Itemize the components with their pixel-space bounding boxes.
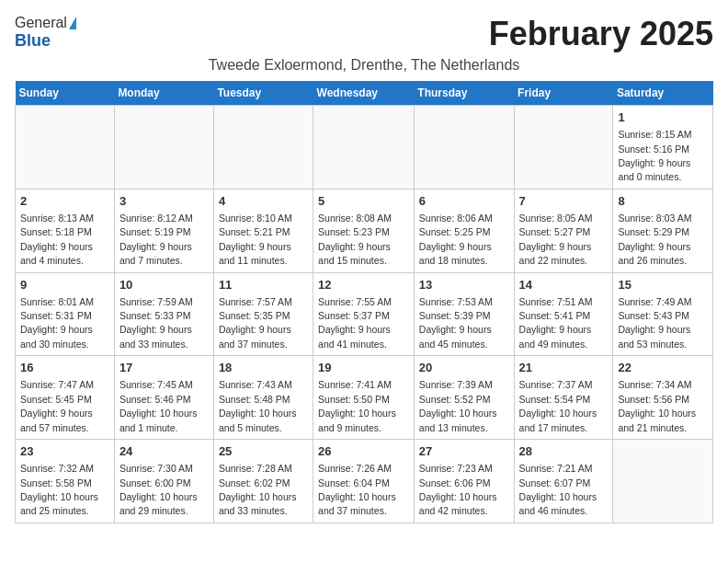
day-info: Sunrise: 7:59 AM Sunset: 5:33 PM Dayligh… bbox=[119, 296, 193, 350]
weekday-header-friday: Friday bbox=[514, 81, 613, 106]
calendar-cell: 12Sunrise: 7:55 AM Sunset: 5:37 PM Dayli… bbox=[313, 272, 415, 356]
day-number: 2 bbox=[20, 193, 109, 210]
day-info: Sunrise: 7:49 AM Sunset: 5:43 PM Dayligh… bbox=[618, 296, 691, 350]
day-info: Sunrise: 7:26 AM Sunset: 6:04 PM Dayligh… bbox=[318, 463, 396, 516]
day-number: 26 bbox=[318, 443, 409, 460]
calendar-cell: 27Sunrise: 7:23 AM Sunset: 6:06 PM Dayli… bbox=[414, 440, 514, 523]
calendar-cell: 13Sunrise: 7:53 AM Sunset: 5:39 PM Dayli… bbox=[414, 272, 514, 356]
calendar-cell: 25Sunrise: 7:28 AM Sunset: 6:02 PM Dayli… bbox=[213, 440, 313, 523]
calendar-cell: 10Sunrise: 7:59 AM Sunset: 5:33 PM Dayli… bbox=[114, 272, 213, 356]
calendar-cell bbox=[414, 106, 514, 190]
calendar-cell: 8Sunrise: 8:03 AM Sunset: 5:29 PM Daylig… bbox=[613, 189, 713, 272]
calendar-cell: 26Sunrise: 7:26 AM Sunset: 6:04 PM Dayli… bbox=[313, 440, 415, 523]
day-number: 25 bbox=[219, 443, 308, 460]
day-number: 15 bbox=[618, 277, 708, 293]
day-number: 10 bbox=[119, 277, 209, 293]
calendar-cell: 1Sunrise: 8:15 AM Sunset: 5:16 PM Daylig… bbox=[613, 106, 713, 190]
day-info: Sunrise: 8:01 AM Sunset: 5:31 PM Dayligh… bbox=[20, 296, 94, 350]
calendar-cell bbox=[514, 106, 613, 190]
calendar-cell: 22Sunrise: 7:34 AM Sunset: 5:56 PM Dayli… bbox=[613, 356, 713, 440]
calendar-cell: 11Sunrise: 7:57 AM Sunset: 5:35 PM Dayli… bbox=[213, 272, 313, 356]
day-info: Sunrise: 8:12 AM Sunset: 5:19 PM Dayligh… bbox=[119, 213, 193, 266]
day-info: Sunrise: 7:51 AM Sunset: 5:41 PM Dayligh… bbox=[519, 296, 593, 350]
calendar-cell: 4Sunrise: 8:10 AM Sunset: 5:21 PM Daylig… bbox=[213, 189, 313, 272]
day-number: 3 bbox=[119, 193, 209, 210]
day-number: 14 bbox=[519, 277, 609, 293]
logo: General Blue bbox=[15, 15, 76, 51]
logo-blue-text: Blue bbox=[15, 31, 51, 51]
calendar-week-4: 16Sunrise: 7:47 AM Sunset: 5:45 PM Dayli… bbox=[16, 356, 713, 440]
day-number: 9 bbox=[20, 277, 109, 293]
day-number: 19 bbox=[318, 360, 409, 376]
calendar-cell: 7Sunrise: 8:05 AM Sunset: 5:27 PM Daylig… bbox=[514, 189, 613, 272]
day-info: Sunrise: 7:47 AM Sunset: 5:45 PM Dayligh… bbox=[20, 379, 94, 432]
day-number: 12 bbox=[318, 277, 409, 293]
day-info: Sunrise: 7:57 AM Sunset: 5:35 PM Dayligh… bbox=[219, 296, 292, 350]
day-info: Sunrise: 8:03 AM Sunset: 5:29 PM Dayligh… bbox=[618, 213, 691, 266]
day-info: Sunrise: 8:06 AM Sunset: 5:25 PM Dayligh… bbox=[419, 213, 493, 266]
day-info: Sunrise: 8:05 AM Sunset: 5:27 PM Dayligh… bbox=[519, 213, 593, 266]
calendar-cell: 21Sunrise: 7:37 AM Sunset: 5:54 PM Dayli… bbox=[514, 356, 613, 440]
day-number: 16 bbox=[20, 360, 109, 376]
title-area: February 2025 bbox=[489, 15, 713, 53]
day-number: 6 bbox=[419, 193, 509, 210]
calendar-week-3: 9Sunrise: 8:01 AM Sunset: 5:31 PM Daylig… bbox=[16, 272, 713, 356]
calendar-week-1: 1Sunrise: 8:15 AM Sunset: 5:16 PM Daylig… bbox=[16, 106, 713, 190]
day-number: 22 bbox=[618, 360, 708, 376]
day-info: Sunrise: 7:34 AM Sunset: 5:56 PM Dayligh… bbox=[618, 379, 696, 432]
day-number: 27 bbox=[419, 443, 509, 460]
logo-triangle-icon bbox=[69, 17, 76, 29]
day-number: 21 bbox=[519, 360, 609, 376]
day-info: Sunrise: 7:28 AM Sunset: 6:02 PM Dayligh… bbox=[219, 463, 297, 516]
day-info: Sunrise: 7:55 AM Sunset: 5:37 PM Dayligh… bbox=[318, 296, 392, 350]
calendar-cell: 23Sunrise: 7:32 AM Sunset: 5:58 PM Dayli… bbox=[16, 440, 115, 523]
day-number: 20 bbox=[419, 360, 509, 376]
location-subtitle: Tweede Exloermond, Drenthe, The Netherla… bbox=[15, 57, 713, 74]
calendar-cell: 6Sunrise: 8:06 AM Sunset: 5:25 PM Daylig… bbox=[414, 189, 514, 272]
calendar-cell bbox=[114, 106, 213, 190]
day-info: Sunrise: 7:53 AM Sunset: 5:39 PM Dayligh… bbox=[419, 296, 493, 350]
day-number: 11 bbox=[219, 277, 308, 293]
day-number: 23 bbox=[20, 443, 109, 460]
day-number: 7 bbox=[519, 193, 609, 210]
day-info: Sunrise: 8:13 AM Sunset: 5:18 PM Dayligh… bbox=[20, 213, 94, 266]
calendar-cell bbox=[213, 106, 313, 190]
day-info: Sunrise: 7:30 AM Sunset: 6:00 PM Dayligh… bbox=[119, 463, 198, 516]
day-info: Sunrise: 8:08 AM Sunset: 5:23 PM Dayligh… bbox=[318, 213, 392, 266]
day-number: 13 bbox=[419, 277, 509, 293]
calendar-table: SundayMondayTuesdayWednesdayThursdayFrid… bbox=[15, 81, 713, 523]
page-header: General Blue February 2025 bbox=[15, 15, 713, 53]
calendar-cell: 19Sunrise: 7:41 AM Sunset: 5:50 PM Dayli… bbox=[313, 356, 415, 440]
calendar-cell: 5Sunrise: 8:08 AM Sunset: 5:23 PM Daylig… bbox=[313, 189, 415, 272]
calendar-week-2: 2Sunrise: 8:13 AM Sunset: 5:18 PM Daylig… bbox=[16, 189, 713, 272]
day-info: Sunrise: 7:43 AM Sunset: 5:48 PM Dayligh… bbox=[219, 379, 297, 432]
day-number: 17 bbox=[119, 360, 209, 376]
weekday-header-tuesday: Tuesday bbox=[213, 81, 313, 106]
weekday-header-saturday: Saturday bbox=[613, 81, 713, 106]
calendar-cell: 20Sunrise: 7:39 AM Sunset: 5:52 PM Dayli… bbox=[414, 356, 514, 440]
day-info: Sunrise: 7:21 AM Sunset: 6:07 PM Dayligh… bbox=[519, 463, 597, 516]
calendar-cell: 24Sunrise: 7:30 AM Sunset: 6:00 PM Dayli… bbox=[114, 440, 213, 523]
day-info: Sunrise: 7:39 AM Sunset: 5:52 PM Dayligh… bbox=[419, 379, 497, 432]
day-info: Sunrise: 7:23 AM Sunset: 6:06 PM Dayligh… bbox=[419, 463, 497, 516]
day-number: 24 bbox=[119, 443, 209, 460]
calendar-cell: 16Sunrise: 7:47 AM Sunset: 5:45 PM Dayli… bbox=[16, 356, 115, 440]
calendar-cell: 18Sunrise: 7:43 AM Sunset: 5:48 PM Dayli… bbox=[213, 356, 313, 440]
calendar-cell bbox=[16, 106, 115, 190]
day-info: Sunrise: 7:45 AM Sunset: 5:46 PM Dayligh… bbox=[119, 379, 198, 432]
day-number: 28 bbox=[519, 443, 609, 460]
weekday-header-sunday: Sunday bbox=[16, 81, 115, 106]
weekday-header-thursday: Thursday bbox=[414, 81, 514, 106]
calendar-cell: 2Sunrise: 8:13 AM Sunset: 5:18 PM Daylig… bbox=[16, 189, 115, 272]
day-info: Sunrise: 7:37 AM Sunset: 5:54 PM Dayligh… bbox=[519, 379, 597, 432]
calendar-week-5: 23Sunrise: 7:32 AM Sunset: 5:58 PM Dayli… bbox=[16, 440, 713, 523]
calendar-cell: 14Sunrise: 7:51 AM Sunset: 5:41 PM Dayli… bbox=[514, 272, 613, 356]
calendar-cell: 15Sunrise: 7:49 AM Sunset: 5:43 PM Dayli… bbox=[613, 272, 713, 356]
day-number: 18 bbox=[219, 360, 308, 376]
day-number: 8 bbox=[618, 193, 708, 210]
day-info: Sunrise: 7:41 AM Sunset: 5:50 PM Dayligh… bbox=[318, 379, 396, 432]
calendar-cell bbox=[613, 440, 713, 523]
calendar-header-row: SundayMondayTuesdayWednesdayThursdayFrid… bbox=[16, 81, 713, 106]
day-info: Sunrise: 7:32 AM Sunset: 5:58 PM Dayligh… bbox=[20, 463, 98, 516]
day-number: 1 bbox=[618, 109, 708, 126]
